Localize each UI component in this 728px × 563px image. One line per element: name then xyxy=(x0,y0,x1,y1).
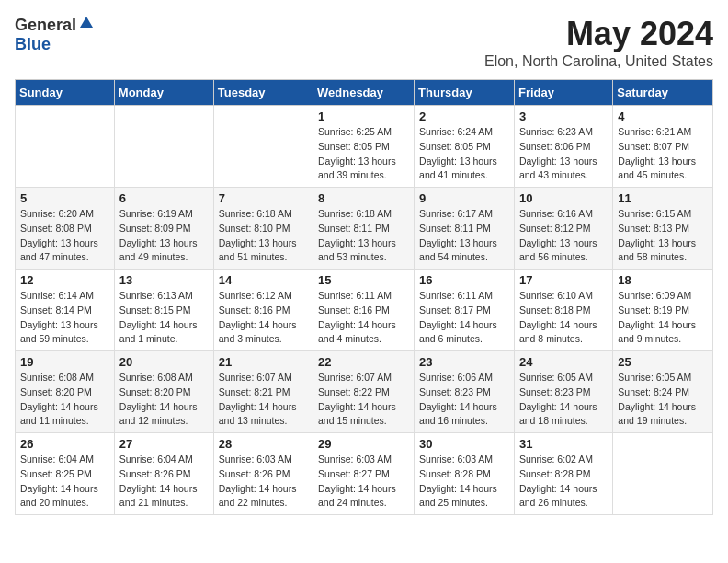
calendar-cell: 13Sunrise: 6:13 AM Sunset: 8:15 PM Dayli… xyxy=(114,270,213,351)
calendar-cell: 10Sunrise: 6:16 AM Sunset: 8:12 PM Dayli… xyxy=(514,188,612,270)
calendar-cell: 7Sunrise: 6:18 AM Sunset: 8:10 PM Daylig… xyxy=(213,188,313,270)
day-number: 24 xyxy=(519,355,608,369)
calendar-cell: 20Sunrise: 6:08 AM Sunset: 8:20 PM Dayli… xyxy=(114,351,213,433)
day-number: 18 xyxy=(618,273,708,287)
day-info: Sunrise: 6:17 AM Sunset: 8:11 PM Dayligh… xyxy=(419,207,509,265)
calendar-table: SundayMondayTuesdayWednesdayThursdayFrid… xyxy=(15,79,713,515)
calendar-cell: 4Sunrise: 6:21 AM Sunset: 8:07 PM Daylig… xyxy=(613,106,713,188)
day-info: Sunrise: 6:04 AM Sunset: 8:25 PM Dayligh… xyxy=(20,453,109,511)
day-info: Sunrise: 6:11 AM Sunset: 8:16 PM Dayligh… xyxy=(318,289,409,347)
calendar-cell: 24Sunrise: 6:05 AM Sunset: 8:23 PM Dayli… xyxy=(514,351,612,433)
calendar-cell xyxy=(114,106,213,188)
day-number: 5 xyxy=(20,191,109,205)
calendar-cell xyxy=(16,106,115,188)
calendar-cell: 22Sunrise: 6:07 AM Sunset: 8:22 PM Dayli… xyxy=(313,351,415,433)
day-info: Sunrise: 6:23 AM Sunset: 8:06 PM Dayligh… xyxy=(519,125,608,183)
calendar-cell: 12Sunrise: 6:14 AM Sunset: 8:14 PM Dayli… xyxy=(16,270,115,351)
svg-marker-0 xyxy=(80,17,93,28)
logo-icon xyxy=(78,15,95,35)
calendar-cell: 1Sunrise: 6:25 AM Sunset: 8:05 PM Daylig… xyxy=(313,106,415,188)
calendar-cell: 31Sunrise: 6:02 AM Sunset: 8:28 PM Dayli… xyxy=(514,433,612,515)
location-title: Elon, North Carolina, United States xyxy=(484,53,713,70)
day-number: 6 xyxy=(119,191,209,205)
day-info: Sunrise: 6:03 AM Sunset: 8:27 PM Dayligh… xyxy=(318,453,409,511)
calendar-cell: 30Sunrise: 6:03 AM Sunset: 8:28 PM Dayli… xyxy=(415,433,515,515)
day-number: 2 xyxy=(419,109,509,123)
day-info: Sunrise: 6:08 AM Sunset: 8:20 PM Dayligh… xyxy=(20,371,109,429)
day-info: Sunrise: 6:07 AM Sunset: 8:21 PM Dayligh… xyxy=(219,371,308,429)
day-number: 4 xyxy=(618,109,708,123)
day-info: Sunrise: 6:09 AM Sunset: 8:19 PM Dayligh… xyxy=(618,289,708,347)
day-number: 30 xyxy=(419,437,509,451)
day-info: Sunrise: 6:24 AM Sunset: 8:05 PM Dayligh… xyxy=(419,125,509,183)
day-number: 26 xyxy=(20,437,109,451)
calendar-cell: 8Sunrise: 6:18 AM Sunset: 8:11 PM Daylig… xyxy=(313,188,415,270)
calendar-cell: 23Sunrise: 6:06 AM Sunset: 8:23 PM Dayli… xyxy=(415,351,515,433)
day-info: Sunrise: 6:02 AM Sunset: 8:28 PM Dayligh… xyxy=(519,453,608,511)
day-info: Sunrise: 6:03 AM Sunset: 8:28 PM Dayligh… xyxy=(419,453,509,511)
calendar-cell: 25Sunrise: 6:05 AM Sunset: 8:24 PM Dayli… xyxy=(613,351,713,433)
day-info: Sunrise: 6:21 AM Sunset: 8:07 PM Dayligh… xyxy=(618,125,708,183)
calendar-header-monday: Monday xyxy=(114,80,213,106)
calendar-header-row: SundayMondayTuesdayWednesdayThursdayFrid… xyxy=(16,80,713,106)
calendar-cell: 15Sunrise: 6:11 AM Sunset: 8:16 PM Dayli… xyxy=(313,270,415,351)
day-info: Sunrise: 6:05 AM Sunset: 8:24 PM Dayligh… xyxy=(618,371,708,429)
day-number: 17 xyxy=(519,273,608,287)
calendar-week-row: 1Sunrise: 6:25 AM Sunset: 8:05 PM Daylig… xyxy=(16,106,713,188)
day-number: 3 xyxy=(519,109,608,123)
day-info: Sunrise: 6:20 AM Sunset: 8:08 PM Dayligh… xyxy=(20,207,109,265)
calendar-cell: 6Sunrise: 6:19 AM Sunset: 8:09 PM Daylig… xyxy=(114,188,213,270)
calendar-cell: 26Sunrise: 6:04 AM Sunset: 8:25 PM Dayli… xyxy=(16,433,115,515)
day-info: Sunrise: 6:06 AM Sunset: 8:23 PM Dayligh… xyxy=(419,371,509,429)
calendar-week-row: 26Sunrise: 6:04 AM Sunset: 8:25 PM Dayli… xyxy=(16,433,713,515)
day-info: Sunrise: 6:18 AM Sunset: 8:10 PM Dayligh… xyxy=(219,207,308,265)
day-number: 31 xyxy=(519,437,608,451)
day-number: 7 xyxy=(219,191,308,205)
day-number: 16 xyxy=(419,273,509,287)
day-info: Sunrise: 6:10 AM Sunset: 8:18 PM Dayligh… xyxy=(519,289,608,347)
calendar-cell: 21Sunrise: 6:07 AM Sunset: 8:21 PM Dayli… xyxy=(213,351,313,433)
day-info: Sunrise: 6:05 AM Sunset: 8:23 PM Dayligh… xyxy=(519,371,608,429)
title-area: May 2024 Elon, North Carolina, United St… xyxy=(484,15,713,70)
day-number: 25 xyxy=(618,355,708,369)
calendar-cell: 29Sunrise: 6:03 AM Sunset: 8:27 PM Dayli… xyxy=(313,433,415,515)
calendar-cell: 17Sunrise: 6:10 AM Sunset: 8:18 PM Dayli… xyxy=(514,270,612,351)
calendar-header-wednesday: Wednesday xyxy=(313,80,415,106)
month-title: May 2024 xyxy=(484,15,713,53)
day-number: 12 xyxy=(20,273,109,287)
day-number: 23 xyxy=(419,355,509,369)
day-info: Sunrise: 6:07 AM Sunset: 8:22 PM Dayligh… xyxy=(318,371,409,429)
calendar-cell: 19Sunrise: 6:08 AM Sunset: 8:20 PM Dayli… xyxy=(16,351,115,433)
day-number: 20 xyxy=(119,355,209,369)
calendar-header-friday: Friday xyxy=(514,80,612,106)
calendar-cell: 2Sunrise: 6:24 AM Sunset: 8:05 PM Daylig… xyxy=(415,106,515,188)
calendar-cell: 16Sunrise: 6:11 AM Sunset: 8:17 PM Dayli… xyxy=(415,270,515,351)
logo-general: General xyxy=(15,16,76,35)
day-info: Sunrise: 6:11 AM Sunset: 8:17 PM Dayligh… xyxy=(419,289,509,347)
calendar-cell: 9Sunrise: 6:17 AM Sunset: 8:11 PM Daylig… xyxy=(415,188,515,270)
calendar-header-sunday: Sunday xyxy=(16,80,115,106)
calendar-week-row: 19Sunrise: 6:08 AM Sunset: 8:20 PM Dayli… xyxy=(16,351,713,433)
calendar-cell: 3Sunrise: 6:23 AM Sunset: 8:06 PM Daylig… xyxy=(514,106,612,188)
day-number: 9 xyxy=(419,191,509,205)
day-info: Sunrise: 6:08 AM Sunset: 8:20 PM Dayligh… xyxy=(119,371,209,429)
calendar-cell: 18Sunrise: 6:09 AM Sunset: 8:19 PM Dayli… xyxy=(613,270,713,351)
day-info: Sunrise: 6:16 AM Sunset: 8:12 PM Dayligh… xyxy=(519,207,608,265)
logo: General Blue xyxy=(15,15,95,54)
calendar-week-row: 5Sunrise: 6:20 AM Sunset: 8:08 PM Daylig… xyxy=(16,188,713,270)
calendar-cell: 28Sunrise: 6:03 AM Sunset: 8:26 PM Dayli… xyxy=(213,433,313,515)
calendar-cell: 11Sunrise: 6:15 AM Sunset: 8:13 PM Dayli… xyxy=(613,188,713,270)
calendar-header-thursday: Thursday xyxy=(415,80,515,106)
calendar-cell: 14Sunrise: 6:12 AM Sunset: 8:16 PM Dayli… xyxy=(213,270,313,351)
day-number: 11 xyxy=(618,191,708,205)
day-info: Sunrise: 6:12 AM Sunset: 8:16 PM Dayligh… xyxy=(219,289,308,347)
day-number: 19 xyxy=(20,355,109,369)
day-info: Sunrise: 6:18 AM Sunset: 8:11 PM Dayligh… xyxy=(318,207,409,265)
day-number: 14 xyxy=(219,273,308,287)
day-number: 28 xyxy=(219,437,308,451)
day-number: 1 xyxy=(318,109,409,123)
calendar-cell: 5Sunrise: 6:20 AM Sunset: 8:08 PM Daylig… xyxy=(16,188,115,270)
calendar-cell xyxy=(213,106,313,188)
day-number: 15 xyxy=(318,273,409,287)
calendar-cell xyxy=(613,433,713,515)
